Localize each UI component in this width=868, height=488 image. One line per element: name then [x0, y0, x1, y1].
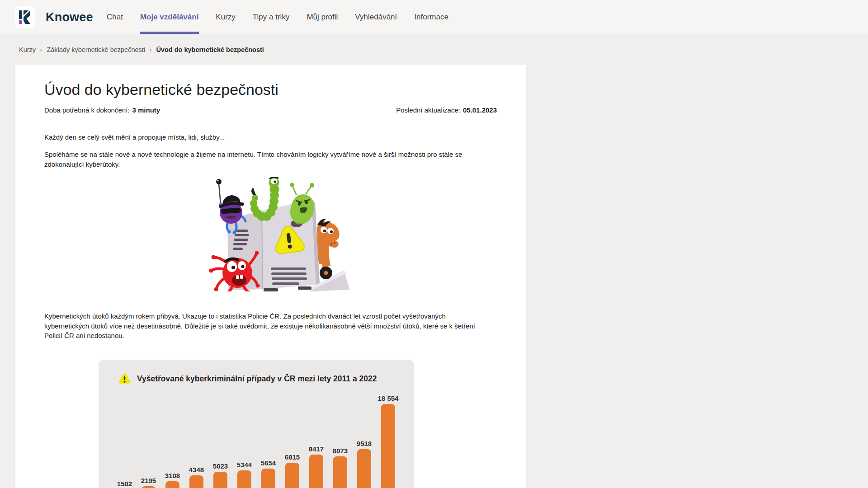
- lesson-paragraph-3: Kybernetických útoků každým rokem přibýv…: [44, 311, 483, 341]
- nav-item-informace[interactable]: Informace: [414, 0, 448, 34]
- updated-label: Poslední aktualizace:: [396, 106, 460, 114]
- top-navbar: Knowee ChatMoje vzděláváníKurzyTipy a tr…: [0, 0, 868, 34]
- chart-bar: [213, 472, 227, 488]
- chart-bar-value-label: 1502: [117, 480, 132, 488]
- knowee-logo-icon: [19, 10, 31, 24]
- nav-item-muj-profil[interactable]: Můj profil: [307, 0, 338, 34]
- breadcrumb-item-zaklady-kyberneticke-bezpecnosti[interactable]: Základy kybernetické bezpečnosti: [47, 46, 145, 53]
- breadcrumb-item-uvod-do-kyberneticke-bezpecnosti: Úvod do kybernetické bezpečnosti: [156, 46, 264, 53]
- nav-item-chat[interactable]: Chat: [107, 0, 123, 34]
- chart-bar-value-label: 6815: [285, 453, 300, 461]
- chart-bar: [237, 470, 251, 488]
- chart-bar: [333, 456, 347, 488]
- worm-malware-icon: [250, 177, 279, 221]
- chart-bar: [189, 475, 203, 488]
- lesson-card: Úvod do kybernetické bezpečnosti Doba po…: [15, 65, 526, 488]
- main-navigation: ChatMoje vzděláváníKurzyTipy a trikyMůj …: [107, 0, 448, 34]
- chart-bar-group-2020: 8073: [328, 447, 352, 488]
- updated-meta: Poslední aktualizace:05.01.2023: [396, 106, 497, 114]
- chart-bar-group-2013: 3108: [160, 472, 184, 488]
- chart-bar: [381, 404, 395, 488]
- chart-bar-value-label: 8073: [333, 447, 348, 455]
- chart-bar-value-label: 5654: [261, 459, 276, 467]
- chart-bar-value-label: 4348: [189, 466, 204, 474]
- brand-name: Knowee: [46, 0, 93, 34]
- breadcrumb-item-kurzy[interactable]: Kurzy: [19, 46, 36, 53]
- chart-bar: [285, 463, 299, 488]
- chart-bar-value-label: 5344: [237, 461, 252, 469]
- chevron-right-icon: ›: [150, 47, 151, 53]
- chart-card: Vyšetřované kyberkriminální případy v ČR…: [99, 360, 414, 488]
- nav-item-kurzy[interactable]: Kurzy: [216, 0, 235, 34]
- chevron-right-icon: ›: [40, 47, 42, 53]
- lesson-paragraph-1: Každý den se celý svět mění a propojuje …: [44, 132, 478, 142]
- chart-bar-group-2019: 8417: [304, 445, 328, 488]
- app-frame: Knowee ChatMoje vzděláváníKurzyTipy a tr…: [0, 0, 868, 488]
- chart-bar-group-2015: 5023: [208, 462, 232, 488]
- chart-bar-value-label: 8417: [309, 445, 324, 453]
- chart-bar: [357, 449, 371, 488]
- trojan-horse-icon: [317, 219, 340, 279]
- duration-meta: Doba potřebná k dokončení:3 minuty: [44, 106, 160, 114]
- breadcrumb-bar: Kurzy›Základy kybernetické bezpečnosti›Ú…: [0, 35, 868, 65]
- knowee-logo[interactable]: [15, 6, 35, 28]
- chart-bars: 1502219531084348502353445654681584178073…: [113, 360, 400, 488]
- duration-value: 3 minuty: [132, 106, 160, 114]
- duration-label: Doba potřebná k dokončení:: [44, 106, 129, 114]
- nav-item-moje-vzdelavani[interactable]: Moje vzdělávání: [140, 0, 198, 34]
- malware-illustration: [209, 177, 350, 291]
- chart-bar-group-2021: 9518: [352, 440, 376, 488]
- chart-bar-group-2011: 1502: [113, 480, 137, 488]
- nav-item-vyhledavani[interactable]: Vyhledávání: [355, 0, 397, 34]
- chart-bar-group-2017: 5654: [256, 459, 280, 488]
- chart-bar-group-2014: 4348: [184, 466, 208, 488]
- chart-bar-value-label: 3108: [165, 472, 180, 479]
- nav-item-tipy-a-triky[interactable]: Tipy a triky: [253, 0, 290, 34]
- chart-bar-value-label: 18 554: [378, 394, 399, 402]
- chart-bar: [142, 486, 156, 488]
- chart-bar-group-2016: 5344: [232, 461, 256, 488]
- lesson-meta: Doba potřebná k dokončení:3 minuty Posle…: [44, 106, 497, 114]
- updated-value: 05.01.2023: [463, 106, 497, 114]
- chart-bar-group-2018: 6815: [280, 453, 304, 488]
- chart-bar-group-2022: 18 554: [376, 394, 400, 488]
- chart-bar-group-2012: 2195: [137, 477, 160, 488]
- chart-bar: [261, 469, 275, 488]
- chart-bar-value-label: 2195: [141, 477, 156, 484]
- breadcrumb: Kurzy›Základy kybernetické bezpečnosti›Ú…: [19, 35, 264, 65]
- lesson-paragraph-2: Spoléháme se na stále nové a nové techno…: [44, 150, 478, 169]
- lesson-title: Úvod do kybernetické bezpečnosti: [44, 81, 278, 99]
- chart-bar: [309, 455, 323, 488]
- chart-bar: [165, 481, 179, 488]
- chart-bar-value-label: 9518: [357, 440, 372, 447]
- chart-bar-value-label: 5023: [213, 462, 228, 470]
